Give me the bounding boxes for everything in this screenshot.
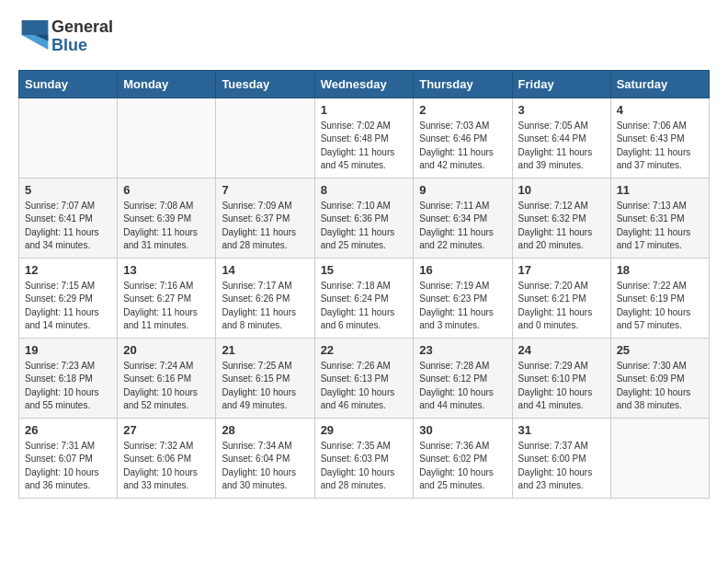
day-info: Sunrise: 7:05 AM Sunset: 6:44 PM Dayligh… (518, 120, 605, 173)
calendar-day-2: 2Sunrise: 7:03 AM Sunset: 6:46 PM Daylig… (414, 98, 512, 178)
day-info: Sunrise: 7:29 AM Sunset: 6:10 PM Dayligh… (518, 360, 605, 413)
calendar-day-25: 25Sunrise: 7:30 AM Sunset: 6:09 PM Dayli… (610, 338, 709, 418)
calendar-day-24: 24Sunrise: 7:29 AM Sunset: 6:10 PM Dayli… (512, 338, 610, 418)
day-info: Sunrise: 7:13 AM Sunset: 6:31 PM Dayligh… (617, 200, 703, 253)
day-number: 7 (222, 183, 308, 197)
day-number: 24 (518, 343, 605, 357)
day-number: 1 (321, 103, 408, 117)
day-number: 14 (222, 263, 308, 277)
weekday-header-friday: Friday (512, 70, 610, 98)
calendar-day-29: 29Sunrise: 7:35 AM Sunset: 6:03 PM Dayli… (314, 418, 414, 498)
calendar-day-1: 1Sunrise: 7:02 AM Sunset: 6:48 PM Daylig… (314, 98, 414, 178)
calendar-day-7: 7Sunrise: 7:09 AM Sunset: 6:37 PM Daylig… (216, 178, 314, 258)
empty-cell (19, 98, 118, 178)
day-number: 18 (617, 263, 703, 277)
day-info: Sunrise: 7:22 AM Sunset: 6:19 PM Dayligh… (617, 280, 703, 333)
logo-text-general: General (51, 18, 113, 37)
empty-cell (216, 98, 314, 178)
day-number: 22 (321, 343, 408, 357)
day-number: 17 (518, 263, 605, 277)
day-number: 2 (419, 103, 506, 117)
page-header: General Blue (18, 18, 710, 55)
day-number: 26 (25, 423, 111, 437)
day-info: Sunrise: 7:28 AM Sunset: 6:12 PM Dayligh… (419, 360, 506, 413)
calendar-day-3: 3Sunrise: 7:05 AM Sunset: 6:44 PM Daylig… (512, 98, 610, 178)
day-number: 9 (419, 183, 506, 197)
calendar-day-8: 8Sunrise: 7:10 AM Sunset: 6:36 PM Daylig… (314, 178, 414, 258)
day-number: 30 (419, 423, 506, 437)
calendar-day-30: 30Sunrise: 7:36 AM Sunset: 6:02 PM Dayli… (414, 418, 512, 498)
empty-cell (118, 98, 216, 178)
calendar-day-22: 22Sunrise: 7:26 AM Sunset: 6:13 PM Dayli… (314, 338, 414, 418)
calendar-day-6: 6Sunrise: 7:08 AM Sunset: 6:39 PM Daylig… (118, 178, 216, 258)
calendar-day-11: 11Sunrise: 7:13 AM Sunset: 6:31 PM Dayli… (610, 178, 709, 258)
day-info: Sunrise: 7:36 AM Sunset: 6:02 PM Dayligh… (419, 440, 506, 493)
day-info: Sunrise: 7:20 AM Sunset: 6:21 PM Dayligh… (518, 280, 605, 333)
calendar-day-17: 17Sunrise: 7:20 AM Sunset: 6:21 PM Dayli… (512, 258, 610, 338)
weekday-header-sunday: Sunday (19, 70, 118, 98)
day-info: Sunrise: 7:26 AM Sunset: 6:13 PM Dayligh… (321, 360, 408, 413)
calendar-day-26: 26Sunrise: 7:31 AM Sunset: 6:07 PM Dayli… (19, 418, 118, 498)
logo: General Blue (18, 18, 113, 55)
calendar-day-28: 28Sunrise: 7:34 AM Sunset: 6:04 PM Dayli… (216, 418, 314, 498)
weekday-header-tuesday: Tuesday (216, 70, 314, 98)
weekday-header-wednesday: Wednesday (314, 70, 414, 98)
day-info: Sunrise: 7:19 AM Sunset: 6:23 PM Dayligh… (419, 280, 506, 333)
calendar-day-14: 14Sunrise: 7:17 AM Sunset: 6:26 PM Dayli… (216, 258, 314, 338)
day-info: Sunrise: 7:15 AM Sunset: 6:29 PM Dayligh… (25, 280, 111, 333)
day-number: 8 (321, 183, 408, 197)
day-number: 11 (617, 183, 703, 197)
day-info: Sunrise: 7:25 AM Sunset: 6:15 PM Dayligh… (222, 360, 308, 413)
day-number: 5 (25, 183, 111, 197)
day-number: 29 (321, 423, 408, 437)
calendar-day-31: 31Sunrise: 7:37 AM Sunset: 6:00 PM Dayli… (512, 418, 610, 498)
day-number: 15 (321, 263, 408, 277)
weekday-header-saturday: Saturday (610, 70, 709, 98)
day-info: Sunrise: 7:24 AM Sunset: 6:16 PM Dayligh… (123, 360, 210, 413)
day-number: 23 (419, 343, 506, 357)
calendar-day-20: 20Sunrise: 7:24 AM Sunset: 6:16 PM Dayli… (118, 338, 216, 418)
calendar-day-5: 5Sunrise: 7:07 AM Sunset: 6:41 PM Daylig… (19, 178, 118, 258)
day-number: 27 (123, 423, 210, 437)
day-info: Sunrise: 7:03 AM Sunset: 6:46 PM Dayligh… (419, 120, 506, 173)
day-info: Sunrise: 7:32 AM Sunset: 6:06 PM Dayligh… (123, 440, 210, 493)
day-number: 3 (518, 103, 605, 117)
calendar-day-21: 21Sunrise: 7:25 AM Sunset: 6:15 PM Dayli… (216, 338, 314, 418)
day-number: 6 (123, 183, 210, 197)
calendar-day-13: 13Sunrise: 7:16 AM Sunset: 6:27 PM Dayli… (118, 258, 216, 338)
day-info: Sunrise: 7:16 AM Sunset: 6:27 PM Dayligh… (123, 280, 210, 333)
day-info: Sunrise: 7:07 AM Sunset: 6:41 PM Dayligh… (25, 200, 111, 253)
calendar-table: SundayMondayTuesdayWednesdayThursdayFrid… (18, 70, 710, 499)
day-info: Sunrise: 7:11 AM Sunset: 6:34 PM Dayligh… (419, 200, 506, 253)
day-info: Sunrise: 7:37 AM Sunset: 6:00 PM Dayligh… (518, 440, 605, 493)
day-number: 21 (222, 343, 308, 357)
day-info: Sunrise: 7:18 AM Sunset: 6:24 PM Dayligh… (321, 280, 408, 333)
day-info: Sunrise: 7:17 AM Sunset: 6:26 PM Dayligh… (222, 280, 308, 333)
calendar-day-4: 4Sunrise: 7:06 AM Sunset: 6:43 PM Daylig… (610, 98, 709, 178)
weekday-header-monday: Monday (118, 70, 216, 98)
day-number: 12 (25, 263, 111, 277)
day-number: 28 (222, 423, 308, 437)
calendar-day-9: 9Sunrise: 7:11 AM Sunset: 6:34 PM Daylig… (414, 178, 512, 258)
calendar-day-19: 19Sunrise: 7:23 AM Sunset: 6:18 PM Dayli… (19, 338, 118, 418)
day-number: 19 (25, 343, 111, 357)
day-info: Sunrise: 7:31 AM Sunset: 6:07 PM Dayligh… (25, 440, 111, 493)
day-info: Sunrise: 7:35 AM Sunset: 6:03 PM Dayligh… (321, 440, 408, 493)
day-info: Sunrise: 7:08 AM Sunset: 6:39 PM Dayligh… (123, 200, 210, 253)
calendar-day-18: 18Sunrise: 7:22 AM Sunset: 6:19 PM Dayli… (610, 258, 709, 338)
day-info: Sunrise: 7:30 AM Sunset: 6:09 PM Dayligh… (617, 360, 703, 413)
day-number: 10 (518, 183, 605, 197)
empty-cell (610, 418, 709, 498)
calendar-day-23: 23Sunrise: 7:28 AM Sunset: 6:12 PM Dayli… (414, 338, 512, 418)
calendar-day-15: 15Sunrise: 7:18 AM Sunset: 6:24 PM Dayli… (314, 258, 414, 338)
day-info: Sunrise: 7:12 AM Sunset: 6:32 PM Dayligh… (518, 200, 605, 253)
day-number: 4 (617, 103, 703, 117)
weekday-header-thursday: Thursday (414, 70, 512, 98)
calendar-day-12: 12Sunrise: 7:15 AM Sunset: 6:29 PM Dayli… (19, 258, 118, 338)
svg-rect-0 (22, 20, 49, 35)
calendar-day-16: 16Sunrise: 7:19 AM Sunset: 6:23 PM Dayli… (414, 258, 512, 338)
logo-icon (20, 20, 50, 50)
day-info: Sunrise: 7:34 AM Sunset: 6:04 PM Dayligh… (222, 440, 308, 493)
calendar-day-27: 27Sunrise: 7:32 AM Sunset: 6:06 PM Dayli… (118, 418, 216, 498)
day-info: Sunrise: 7:09 AM Sunset: 6:37 PM Dayligh… (222, 200, 308, 253)
